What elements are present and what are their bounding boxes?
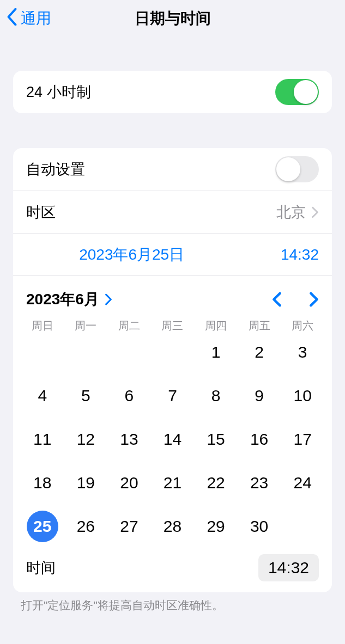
calendar-day[interactable]: 4 bbox=[21, 380, 64, 412]
calendar-empty-cell bbox=[151, 336, 195, 368]
calendar-day[interactable]: 7 bbox=[151, 380, 195, 412]
row-auto-set: 自动设置 bbox=[13, 148, 332, 191]
label-time: 时间 bbox=[26, 558, 56, 578]
calendar-day[interactable]: 29 bbox=[194, 511, 238, 542]
calendar-day[interactable]: 21 bbox=[151, 467, 195, 499]
chevron-right-icon bbox=[311, 206, 319, 218]
current-time-button[interactable]: 14:32 bbox=[281, 246, 319, 263]
weekday-label: 周五 bbox=[238, 318, 281, 333]
weekday-label: 周三 bbox=[151, 318, 195, 333]
switch-24hour[interactable] bbox=[275, 79, 319, 105]
page-title: 日期与时间 bbox=[0, 8, 345, 29]
month-picker-button[interactable]: 2023年6月 bbox=[26, 289, 112, 310]
calendar-day[interactable]: 17 bbox=[281, 424, 324, 455]
weekday-label: 周四 bbox=[194, 318, 238, 333]
calendar-day[interactable]: 14 bbox=[151, 424, 195, 455]
calendar-day[interactable]: 24 bbox=[281, 467, 324, 499]
calendar-day[interactable]: 9 bbox=[238, 380, 281, 412]
calendar-day[interactable]: 22 bbox=[194, 467, 238, 499]
calendar-day[interactable]: 19 bbox=[64, 467, 108, 499]
calendar-day[interactable]: 27 bbox=[107, 511, 151, 542]
calendar-day[interactable]: 18 bbox=[21, 467, 64, 499]
label-timezone: 时区 bbox=[26, 203, 56, 222]
weekday-label: 周一 bbox=[64, 318, 108, 333]
month-label: 2023年6月 bbox=[26, 289, 99, 310]
calendar-day[interactable]: 12 bbox=[64, 424, 108, 455]
weekday-label: 周日 bbox=[21, 318, 64, 333]
calendar-day[interactable]: 6 bbox=[107, 380, 151, 412]
calendar-day[interactable]: 8 bbox=[194, 380, 238, 412]
time-picker-button[interactable]: 14:32 bbox=[258, 554, 319, 581]
back-button[interactable]: 通用 bbox=[0, 8, 51, 29]
row-current-datetime: 2023年6月25日 14:32 bbox=[13, 233, 332, 275]
row-timezone[interactable]: 时区 北京 bbox=[13, 191, 332, 233]
value-timezone: 北京 bbox=[276, 203, 306, 222]
calendar-day[interactable]: 26 bbox=[64, 511, 108, 542]
calendar-day[interactable]: 10 bbox=[281, 380, 324, 412]
current-date-button[interactable]: 2023年6月25日 bbox=[79, 244, 184, 265]
row-24hour: 24 小时制 bbox=[13, 71, 332, 113]
calendar-grid: 1234567891011121314151617181920212223242… bbox=[13, 336, 332, 548]
label-auto-set: 自动设置 bbox=[26, 160, 85, 179]
calendar-day[interactable]: 15 bbox=[194, 424, 238, 455]
calendar-day[interactable]: 13 bbox=[107, 424, 151, 455]
weekday-label: 周二 bbox=[107, 318, 151, 333]
calendar-day[interactable]: 11 bbox=[21, 424, 64, 455]
calendar-day[interactable]: 3 bbox=[281, 336, 324, 368]
calendar-day[interactable]: 28 bbox=[151, 511, 195, 542]
row-time: 时间 14:32 bbox=[13, 548, 332, 592]
footnote: 打开"定位服务"将提高自动时区准确性。 bbox=[0, 592, 345, 613]
weekday-label: 周六 bbox=[281, 318, 324, 333]
prev-month-button[interactable] bbox=[272, 292, 282, 307]
switch-auto-set[interactable] bbox=[275, 156, 319, 182]
chevron-right-icon bbox=[105, 293, 112, 305]
calendar-day[interactable]: 30 bbox=[238, 511, 281, 542]
calendar-empty-cell bbox=[64, 336, 108, 368]
calendar-empty-cell bbox=[21, 336, 64, 368]
weekday-header: 周日周一周二周三周四周五周六 bbox=[13, 318, 332, 336]
label-24hour: 24 小时制 bbox=[26, 82, 91, 102]
calendar-day[interactable]: 16 bbox=[238, 424, 281, 455]
back-label: 通用 bbox=[21, 8, 51, 29]
chevron-left-icon bbox=[7, 8, 17, 29]
next-month-button[interactable] bbox=[309, 292, 319, 307]
calendar-day[interactable]: 1 bbox=[194, 336, 238, 368]
calendar-day[interactable]: 25 bbox=[21, 511, 64, 542]
calendar-day[interactable]: 20 bbox=[107, 467, 151, 499]
calendar-day[interactable]: 23 bbox=[238, 467, 281, 499]
calendar-empty-cell bbox=[107, 336, 151, 368]
calendar-day[interactable]: 5 bbox=[64, 380, 108, 412]
calendar-day[interactable]: 2 bbox=[238, 336, 281, 368]
